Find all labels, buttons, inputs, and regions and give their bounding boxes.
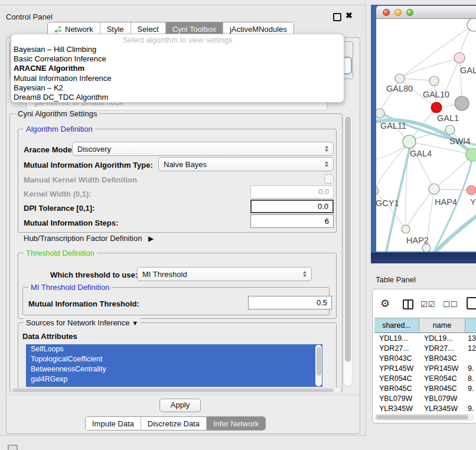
data-attributes-list[interactable]: SelfLoopsTopologicalCoefficientBetweenne… bbox=[26, 344, 322, 387]
table-row[interactable]: YDL19...YDL19...13 bbox=[374, 334, 476, 344]
scrollbar-thumb[interactable] bbox=[345, 116, 351, 362]
mi-threshold-label: Mutual Information Threshold: bbox=[28, 299, 139, 308]
network-node-gal4[interactable] bbox=[403, 135, 416, 148]
unchecked-pair-icon[interactable]: ☐☐ bbox=[443, 300, 458, 309]
network-node-swi4[interactable] bbox=[466, 148, 476, 161]
network-node-gal11[interactable] bbox=[376, 109, 384, 118]
kernel-width-input[interactable]: 0.0 bbox=[250, 185, 334, 198]
network-node-hap4[interactable] bbox=[429, 184, 439, 194]
network-node-hap2[interactable] bbox=[402, 225, 410, 233]
which-threshold-select[interactable]: MI Threshold bbox=[137, 267, 312, 281]
node-label-gal80: GAL80 bbox=[386, 84, 413, 93]
aracne-mode-select[interactable]: Discovery bbox=[72, 142, 334, 156]
float-window-icon[interactable] bbox=[333, 13, 341, 21]
minimize-traffic-light-icon[interactable] bbox=[395, 9, 402, 16]
network-node[interactable] bbox=[467, 19, 476, 31]
manual-kernel-checkbox[interactable] bbox=[324, 174, 334, 184]
table-cell: YBL079W bbox=[419, 394, 465, 404]
network-window-bottom-edge bbox=[371, 253, 476, 263]
table-cell bbox=[465, 354, 476, 364]
table-cell: YBR043C bbox=[419, 354, 465, 364]
algorithm-item-bayesian-k2[interactable]: Bayesian – K2 bbox=[11, 83, 344, 93]
tab-label: Network bbox=[65, 25, 93, 34]
settings-horizontal-scrollbar[interactable] bbox=[11, 387, 341, 393]
close-traffic-light-icon[interactable] bbox=[383, 9, 390, 16]
dpi-tolerance-input[interactable]: 0.0 bbox=[250, 200, 334, 213]
attribute-item-betweennesscentrality[interactable]: BetweennessCentrality bbox=[26, 364, 322, 374]
table-row[interactable]: YBR045CYBR045C9. bbox=[374, 384, 476, 394]
tab-discretize-data[interactable]: Discretize Data bbox=[141, 417, 206, 430]
table-document-icon[interactable] bbox=[467, 297, 476, 309]
tab-label: Infer Network bbox=[213, 419, 259, 428]
settings-vertical-scrollbar[interactable] bbox=[343, 115, 353, 386]
network-node-gal80[interactable] bbox=[395, 74, 405, 83]
table-row[interactable]: YPR145WYPR145W9. bbox=[374, 364, 476, 374]
network-node-gcy1[interactable] bbox=[376, 187, 379, 195]
node-label-gal4: GAL4 bbox=[410, 149, 432, 158]
close-icon[interactable]: ✖ bbox=[345, 11, 353, 20]
threshold-definition-title: Threshold Definition bbox=[24, 249, 97, 257]
mi-algorithm-type-select[interactable]: Naive Bayes bbox=[158, 157, 334, 171]
table-panel-title: Table Panel bbox=[376, 275, 416, 284]
table-row[interactable]: YLR345WYLR345W9. bbox=[374, 404, 476, 413]
algorithm-item-basic-correlation-inference[interactable]: Basic Correlation Inference bbox=[11, 54, 344, 64]
table-cell: 13 bbox=[465, 334, 476, 344]
scrollbar-thumb[interactable] bbox=[376, 415, 468, 419]
checked-pair-icon[interactable]: ☑☑ bbox=[420, 300, 435, 309]
expand-right-arrow-icon[interactable]: ▶ bbox=[148, 234, 154, 243]
network-view-canvas[interactable]: GALGAL80GAL10GAL1SWI4GAL11GAL4GCY1HAP4YH… bbox=[376, 19, 476, 252]
table-row[interactable]: YER054CYER054C8. bbox=[374, 374, 476, 384]
attribute-item-selfloops[interactable]: SelfLoops bbox=[26, 344, 322, 354]
column-header-name[interactable]: name bbox=[419, 318, 465, 333]
apply-button[interactable]: Apply bbox=[159, 399, 201, 412]
network-node[interactable] bbox=[445, 125, 455, 135]
table-row[interactable]: YBR043CYBR043C bbox=[374, 354, 476, 364]
kernel-width-label: Kernel Width (0,1): bbox=[24, 190, 92, 198]
bottom-tabbar: Impute DataDiscretize DataInfer Network bbox=[85, 416, 266, 431]
network-node-gal10[interactable] bbox=[429, 76, 439, 86]
table-row[interactable]: YBL079WYBL079W bbox=[374, 394, 476, 404]
mi-steps-input[interactable]: 6 bbox=[250, 214, 334, 228]
column-header-shared[interactable]: shared... bbox=[374, 318, 419, 333]
network-node-y[interactable] bbox=[467, 185, 476, 195]
tab-infer-network[interactable]: Infer Network bbox=[206, 417, 265, 430]
attributes-scrollbar[interactable] bbox=[315, 345, 322, 386]
minimized-panel-icon[interactable] bbox=[8, 445, 18, 450]
scrollbar-thumb[interactable] bbox=[12, 389, 334, 392]
algorithm-item-bayesian-hill-climbing[interactable]: Bayesian – Hill Climbing bbox=[11, 45, 344, 54]
network-node-gal1[interactable] bbox=[431, 102, 442, 113]
mi-threshold-input[interactable]: 0.5 bbox=[248, 296, 332, 309]
network-window-titlebar[interactable] bbox=[376, 6, 476, 19]
mi-algorithm-type-label: Mutual Information Algorithm Type: bbox=[24, 161, 153, 169]
algorithm-item-mutual-information-inference[interactable]: Mutual Information Inference bbox=[11, 74, 344, 83]
node-label-y: Y bbox=[470, 197, 476, 207]
table-cell: YBL079W bbox=[374, 394, 419, 404]
collapse-down-arrow-icon[interactable]: ▼ bbox=[132, 319, 138, 327]
zoom-traffic-light-icon[interactable] bbox=[406, 9, 413, 16]
tab-label: Select bbox=[138, 25, 159, 34]
network-node-gal[interactable] bbox=[454, 53, 465, 63]
algorithm-item-aracne-algorithm[interactable]: ARACNE Algorithm bbox=[11, 64, 344, 73]
table-cell: YPR145W bbox=[374, 364, 419, 374]
tab-label: Discretize Data bbox=[148, 419, 200, 428]
attribute-item-topologicalcoefficient[interactable]: TopologicalCoefficient bbox=[26, 354, 322, 364]
table-cell: YER054C bbox=[374, 374, 419, 384]
screenshot-root: Control Panel ✖ NetworkStyleSelectCyni T… bbox=[0, 0, 476, 450]
table-row[interactable]: YDR27...YDR27...12 bbox=[374, 344, 476, 354]
network-node[interactable] bbox=[455, 96, 469, 110]
attribute-item-gal4rgexp[interactable]: gal4RGexp bbox=[26, 374, 322, 384]
algorithm-item-dream8-dc-tdc-algorithm[interactable]: Dream8 DC_TDC Algorithm bbox=[11, 93, 344, 102]
which-threshold-label: Which threshold to use: bbox=[50, 270, 138, 279]
table-horizontal-scrollbar[interactable] bbox=[374, 414, 474, 420]
column-header-a[interactable]: A bbox=[465, 318, 476, 333]
table-cell: YDR27... bbox=[419, 344, 465, 354]
sources-group-title: Sources for Network Inference ▼ bbox=[24, 318, 141, 327]
tab-impute-data[interactable]: Impute Data bbox=[86, 417, 141, 430]
gear-icon[interactable]: ⚙ bbox=[380, 297, 390, 310]
algorithm-list: Bayesian – Hill ClimbingBasic Correlatio… bbox=[11, 45, 344, 102]
hub-definition-expander[interactable]: Hub/Transcription Factor Definition ▶ bbox=[24, 234, 154, 243]
split-columns-icon[interactable] bbox=[403, 299, 413, 309]
table-cell: 8. bbox=[465, 374, 476, 384]
scrollbar-thumb[interactable] bbox=[317, 347, 321, 376]
table-cell: YLR345W bbox=[374, 404, 419, 413]
